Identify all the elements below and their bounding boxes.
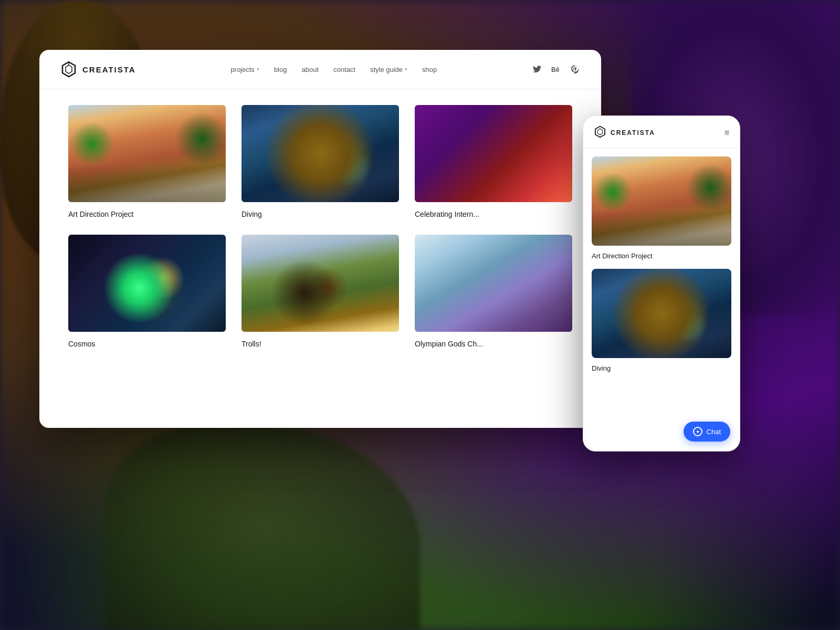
mobile-image-street <box>592 156 731 246</box>
project-title-trolls: Trolls! <box>242 340 261 348</box>
mobile-window: CREATISTA ≡ Art Direction Project Diving… <box>583 116 740 452</box>
desktop-window: CREATISTA projects ▾ blog about contact … <box>39 50 601 428</box>
project-item-cosmos[interactable]: Cosmos <box>60 235 234 364</box>
mobile-logo[interactable]: CREATISTA <box>594 125 655 140</box>
mobile-title-diving: Diving <box>592 364 611 372</box>
project-item-celebrating[interactable]: Celebrating Intern... <box>407 105 580 235</box>
project-item-art-direction[interactable]: Art Direction Project <box>60 105 234 235</box>
nav-contact[interactable]: contact <box>333 66 355 74</box>
project-title-cosmos: Cosmos <box>68 340 95 348</box>
projects-chevron-icon: ▾ <box>257 67 259 72</box>
desktop-logo[interactable]: CREATISTA <box>60 61 136 78</box>
project-image-trolls <box>242 235 399 332</box>
mobile-image-diver <box>592 269 731 358</box>
project-image-street <box>68 105 226 202</box>
mobile-logo-icon <box>594 125 606 140</box>
project-item-trolls[interactable]: Trolls! <box>234 235 407 364</box>
project-image-celebrating <box>415 105 572 202</box>
chat-button[interactable]: ✦ Chat <box>684 422 730 442</box>
mobile-logo-text: CREATISTA <box>611 129 655 136</box>
mobile-content: Art Direction Project Diving <box>583 148 740 452</box>
nav-shop[interactable]: shop <box>422 66 437 74</box>
mobile-project-art-direction[interactable]: Art Direction Project <box>592 156 731 260</box>
hamburger-icon[interactable]: ≡ <box>724 128 729 138</box>
project-item-olympian[interactable]: Olympian Gods Ch... <box>407 235 580 364</box>
nav-about[interactable]: about <box>301 66 319 74</box>
project-image-cosmos <box>68 235 226 332</box>
nav-styleguide[interactable]: style guide ▾ <box>370 66 407 74</box>
desktop-logo-text: CREATISTA <box>82 65 136 74</box>
chat-button-label: Chat <box>707 428 721 436</box>
project-title-olympian: Olympian Gods Ch... <box>415 340 483 348</box>
project-title-art-direction: Art Direction Project <box>68 210 133 218</box>
projects-grid: Art Direction Project Diving Celebrating… <box>39 89 601 380</box>
svg-marker-1 <box>66 65 72 74</box>
mobile-project-diving[interactable]: Diving <box>592 269 731 373</box>
styleguide-chevron-icon: ▾ <box>405 67 407 72</box>
nav-social: Bē <box>532 64 580 75</box>
project-title-celebrating: Celebrating Intern... <box>415 210 479 218</box>
project-item-diving[interactable]: Diving <box>234 105 407 235</box>
project-image-olympian <box>415 235 572 332</box>
svg-marker-4 <box>595 127 605 138</box>
nav-projects[interactable]: projects ▾ <box>230 66 259 74</box>
twitter-icon[interactable] <box>532 64 542 75</box>
nav-links: projects ▾ blog about contact style guid… <box>230 66 437 74</box>
logo-icon <box>60 61 77 78</box>
behance-icon[interactable]: Bē <box>551 64 561 75</box>
svg-text:Bē: Bē <box>551 66 560 72</box>
desktop-navbar: CREATISTA projects ▾ blog about contact … <box>39 50 601 89</box>
svg-marker-5 <box>598 129 603 135</box>
nav-blog[interactable]: blog <box>274 66 287 74</box>
mobile-navbar: CREATISTA ≡ <box>583 116 740 148</box>
chat-icon: ✦ <box>693 427 702 436</box>
mobile-title-art-direction: Art Direction Project <box>592 252 653 260</box>
pinterest-icon[interactable] <box>570 64 580 75</box>
project-title-diving: Diving <box>242 210 262 218</box>
project-image-diver <box>242 105 399 202</box>
